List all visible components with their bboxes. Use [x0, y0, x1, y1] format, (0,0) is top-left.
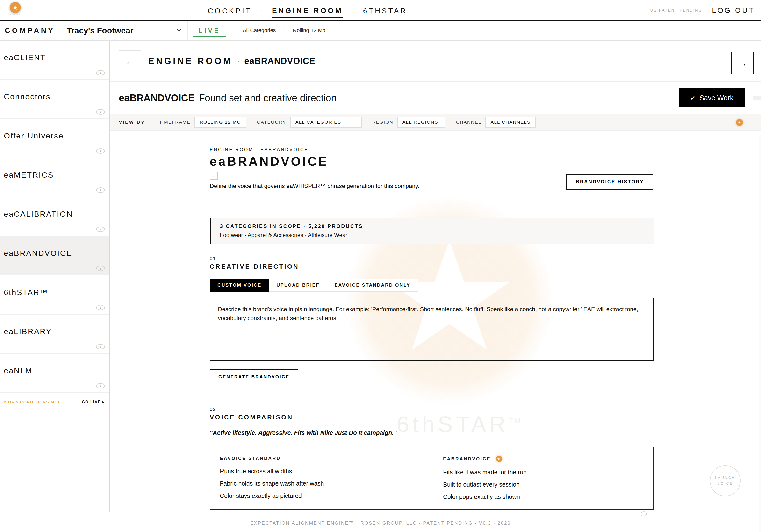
- timeframe-select[interactable]: ROLLING 12 MO: [194, 117, 246, 128]
- tab-upload-brief[interactable]: UPLOAD BRIEF: [269, 278, 327, 292]
- filter-label: CHANNEL: [456, 120, 482, 125]
- live-status-badge[interactable]: LIVE: [193, 24, 226, 37]
- info-icon[interactable]: i: [96, 383, 105, 388]
- logout-button[interactable]: LOG OUT: [712, 6, 755, 15]
- patent-note: US PATENT PENDING: [650, 8, 702, 13]
- arrow-left-icon: ←: [125, 56, 135, 67]
- page-header: ← ENGINE ROOM · eaBRANDVOICE →: [110, 40, 761, 82]
- sidebar-item-eametrics[interactable]: eaMETRICS i: [0, 158, 109, 197]
- brand-logo[interactable]: ★: [10, 2, 21, 13]
- tab-custom-voice[interactable]: CUSTOM VOICE: [210, 278, 269, 292]
- sidebar-item-eacalibration[interactable]: eaCALIBRATION i: [0, 197, 109, 236]
- sidebar-item-eaclient[interactable]: eaCLIENT i: [0, 40, 109, 80]
- info-icon[interactable]: i: [96, 344, 105, 349]
- sidebar-item-label: eaLIBRARY: [4, 327, 52, 336]
- page-title: eaBRANDVOICE: [210, 154, 654, 169]
- launch-voice-line2: VOICE: [717, 481, 733, 487]
- scope-summary: 3 CATEGORIES IN SCOPE · 5,220 PRODUCTS: [220, 223, 645, 229]
- sidebar-item-label: eaCLIENT: [4, 53, 46, 62]
- comparison-row: Color stays exactly as pictured: [220, 492, 423, 500]
- comparison-column-brandvoice: EABRANDVOICE ★ Fits like it was made for…: [433, 447, 653, 509]
- chevron-down-icon: [177, 27, 181, 32]
- forward-button[interactable]: →: [731, 52, 754, 74]
- voice-sample-quote: “Active lifestyle. Aggressive. Fits with…: [210, 429, 654, 436]
- comparison-rows: Fits like it was made for the run Built …: [443, 469, 644, 501]
- sidebar-item-label: eaCALIBRATION: [4, 210, 73, 219]
- back-button[interactable]: ←: [119, 50, 141, 73]
- info-icon[interactable]: i: [96, 266, 105, 271]
- star-badge-icon[interactable]: ★: [736, 119, 743, 126]
- context-summary: · All Categories · Rolling 12 Mo: [233, 27, 325, 33]
- company-bar: COMPANY Tracy's Footwear LIVE · All Cate…: [0, 21, 761, 40]
- context-separator: ·: [284, 28, 285, 33]
- launch-voice-line1: LAUNCH: [715, 475, 735, 481]
- comparison-row: Runs true across all widths: [220, 468, 423, 475]
- sidebar-item-eabrandvoice[interactable]: eaBRANDVOICE i: [0, 236, 109, 275]
- category-select[interactable]: ALL CATEGORIES: [290, 117, 362, 128]
- info-icon[interactable]: i: [641, 511, 647, 516]
- info-icon[interactable]: i: [96, 109, 105, 114]
- sidebar-item-label: eaBRANDVOICE: [4, 249, 72, 258]
- edge-handle[interactable]: [753, 96, 761, 100]
- context-categories: All Categories: [243, 27, 276, 33]
- go-live-button[interactable]: GO LIVE ▸: [82, 400, 105, 404]
- launch-voice-button[interactable]: LAUNCH VOICE: [710, 465, 741, 496]
- sidebar-item-ealibrary[interactable]: eaLIBRARY i: [0, 315, 109, 354]
- save-work-button[interactable]: ✓ Save Work: [679, 89, 744, 107]
- sidebar-item-label: Connectors: [4, 92, 51, 101]
- info-icon[interactable]: i: [96, 227, 105, 232]
- nav-6thstar[interactable]: 6THSTAR: [363, 6, 407, 15]
- comparison-info: i: [210, 511, 654, 516]
- top-bar-right: US PATENT PENDING LOG OUT: [650, 0, 755, 21]
- brand-voice-textarea[interactable]: [210, 298, 654, 361]
- generate-brandvoice-button[interactable]: GENERATE BRANDVOICE: [210, 369, 298, 384]
- sidebar-footer: 2 OF 5 CONDITIONS MET GO LIVE ▸: [0, 395, 109, 411]
- sidebar-item-6thstar[interactable]: 6thSTAR™ i: [0, 275, 109, 315]
- info-icon[interactable]: i: [96, 188, 105, 193]
- breadcrumb: ENGINE ROOM · EABRANDVOICE: [210, 147, 654, 152]
- tab-eavoice-standard-only[interactable]: EAVOICE STANDARD ONLY: [327, 278, 418, 292]
- info-icon[interactable]: i: [96, 305, 105, 310]
- section-title-voice-comparison: VOICE COMPARISON: [210, 414, 654, 421]
- header-section-label: ENGINE ROOM: [148, 56, 232, 66]
- sidebar-item-connectors[interactable]: Connectors i: [0, 80, 109, 119]
- top-bar: ★ 6thSTAR COCKPIT · ENGINE ROOM · 6THSTA…: [0, 0, 761, 21]
- sidebar-item-eanlm[interactable]: eaNLM i: [0, 354, 109, 393]
- company-dropdown[interactable]: Tracy's Footwear: [60, 21, 188, 40]
- region-select[interactable]: ALL REGIONS: [397, 117, 445, 128]
- view-by-label: VIEW BY: [119, 120, 145, 125]
- sidebar-item-label: eaMETRICS: [4, 171, 54, 180]
- comparison-row: Built to outlast every session: [443, 481, 644, 488]
- filter-label: REGION: [372, 120, 393, 125]
- comparison-rows: Runs true across all widths Fabric holds…: [220, 468, 423, 500]
- save-work-label: Save Work: [699, 94, 733, 102]
- nav-cockpit[interactable]: COCKPIT: [208, 6, 252, 15]
- info-icon[interactable]: i: [210, 172, 218, 180]
- company-label: COMPANY: [0, 21, 60, 40]
- scrollbar[interactable]: [759, 134, 761, 532]
- context-separator: ·: [233, 28, 235, 33]
- comparison-column-standard: EAVOICE STANDARD Runs true across all wi…: [210, 447, 433, 509]
- nav-engine-room[interactable]: ENGINE ROOM: [272, 3, 343, 18]
- filter-label: CATEGORY: [257, 120, 286, 125]
- sidebar-item-offer-universe[interactable]: Offer Universe i: [0, 119, 109, 158]
- channel-select[interactable]: ALL CHANNELS: [485, 117, 536, 128]
- filter-divider: [152, 119, 152, 126]
- sidebar-item-label: eaNLM: [4, 366, 32, 375]
- info-icon[interactable]: i: [96, 148, 105, 154]
- sidebar: eaCLIENT i Connectors i Offer Universe i…: [0, 40, 110, 512]
- brandvoice-history-button[interactable]: BRANDVOICE HISTORY: [566, 174, 653, 190]
- page-subtitle: eaBRANDVOICEFound set and creative direc…: [119, 92, 336, 103]
- filter-timeframe: TIMEFRAME ROLLING 12 MO: [159, 117, 246, 128]
- voice-mode-tabs: CUSTOM VOICE UPLOAD BRIEF EAVOICE STANDA…: [210, 278, 654, 292]
- filter-category: CATEGORY ALL CATEGORIES: [257, 117, 362, 128]
- section-title-creative-direction: CREATIVE DIRECTION: [210, 263, 654, 270]
- scope-callout: 3 CATEGORIES IN SCOPE · 5,220 PRODUCTS F…: [210, 218, 654, 244]
- save-row: eaBRANDVOICEFound set and creative direc…: [110, 82, 761, 114]
- comparison-column-title: EABRANDVOICE ★: [443, 456, 644, 462]
- filter-channel: CHANNEL ALL CHANNELS: [456, 117, 536, 128]
- filter-label: TIMEFRAME: [159, 120, 190, 125]
- comparison-column-title-text: EABRANDVOICE: [443, 456, 491, 461]
- section-number: 02: [210, 407, 654, 412]
- info-icon[interactable]: i: [96, 70, 105, 75]
